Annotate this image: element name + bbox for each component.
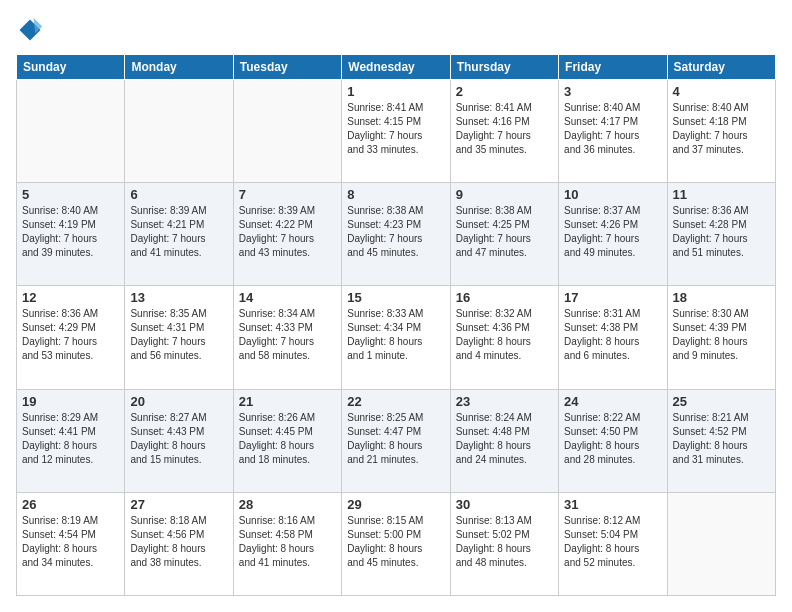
day-info: Sunrise: 8:34 AM Sunset: 4:33 PM Dayligh…	[239, 307, 336, 363]
day-info: Sunrise: 8:26 AM Sunset: 4:45 PM Dayligh…	[239, 411, 336, 467]
calendar-cell	[17, 80, 125, 183]
calendar-week-2: 12Sunrise: 8:36 AM Sunset: 4:29 PM Dayli…	[17, 286, 776, 389]
day-info: Sunrise: 8:38 AM Sunset: 4:23 PM Dayligh…	[347, 204, 444, 260]
weekday-monday: Monday	[125, 55, 233, 80]
day-info: Sunrise: 8:38 AM Sunset: 4:25 PM Dayligh…	[456, 204, 553, 260]
day-number: 26	[22, 497, 119, 512]
day-number: 21	[239, 394, 336, 409]
day-number: 4	[673, 84, 770, 99]
calendar-cell: 23Sunrise: 8:24 AM Sunset: 4:48 PM Dayli…	[450, 389, 558, 492]
calendar-cell: 30Sunrise: 8:13 AM Sunset: 5:02 PM Dayli…	[450, 492, 558, 595]
day-info: Sunrise: 8:13 AM Sunset: 5:02 PM Dayligh…	[456, 514, 553, 570]
day-info: Sunrise: 8:40 AM Sunset: 4:19 PM Dayligh…	[22, 204, 119, 260]
day-info: Sunrise: 8:35 AM Sunset: 4:31 PM Dayligh…	[130, 307, 227, 363]
day-info: Sunrise: 8:22 AM Sunset: 4:50 PM Dayligh…	[564, 411, 661, 467]
calendar-cell: 16Sunrise: 8:32 AM Sunset: 4:36 PM Dayli…	[450, 286, 558, 389]
calendar-cell: 2Sunrise: 8:41 AM Sunset: 4:16 PM Daylig…	[450, 80, 558, 183]
day-info: Sunrise: 8:12 AM Sunset: 5:04 PM Dayligh…	[564, 514, 661, 570]
day-info: Sunrise: 8:21 AM Sunset: 4:52 PM Dayligh…	[673, 411, 770, 467]
calendar-week-0: 1Sunrise: 8:41 AM Sunset: 4:15 PM Daylig…	[17, 80, 776, 183]
day-info: Sunrise: 8:18 AM Sunset: 4:56 PM Dayligh…	[130, 514, 227, 570]
calendar-cell: 9Sunrise: 8:38 AM Sunset: 4:25 PM Daylig…	[450, 183, 558, 286]
header	[16, 16, 776, 44]
calendar-cell: 29Sunrise: 8:15 AM Sunset: 5:00 PM Dayli…	[342, 492, 450, 595]
day-number: 9	[456, 187, 553, 202]
calendar-cell: 10Sunrise: 8:37 AM Sunset: 4:26 PM Dayli…	[559, 183, 667, 286]
calendar-cell: 20Sunrise: 8:27 AM Sunset: 4:43 PM Dayli…	[125, 389, 233, 492]
day-info: Sunrise: 8:32 AM Sunset: 4:36 PM Dayligh…	[456, 307, 553, 363]
day-info: Sunrise: 8:39 AM Sunset: 4:22 PM Dayligh…	[239, 204, 336, 260]
day-info: Sunrise: 8:40 AM Sunset: 4:18 PM Dayligh…	[673, 101, 770, 157]
calendar-week-3: 19Sunrise: 8:29 AM Sunset: 4:41 PM Dayli…	[17, 389, 776, 492]
day-info: Sunrise: 8:15 AM Sunset: 5:00 PM Dayligh…	[347, 514, 444, 570]
day-number: 5	[22, 187, 119, 202]
day-info: Sunrise: 8:19 AM Sunset: 4:54 PM Dayligh…	[22, 514, 119, 570]
day-info: Sunrise: 8:36 AM Sunset: 4:29 PM Dayligh…	[22, 307, 119, 363]
calendar-cell: 13Sunrise: 8:35 AM Sunset: 4:31 PM Dayli…	[125, 286, 233, 389]
calendar-cell: 18Sunrise: 8:30 AM Sunset: 4:39 PM Dayli…	[667, 286, 775, 389]
calendar-cell: 12Sunrise: 8:36 AM Sunset: 4:29 PM Dayli…	[17, 286, 125, 389]
calendar-week-1: 5Sunrise: 8:40 AM Sunset: 4:19 PM Daylig…	[17, 183, 776, 286]
calendar-cell: 28Sunrise: 8:16 AM Sunset: 4:58 PM Dayli…	[233, 492, 341, 595]
day-number: 3	[564, 84, 661, 99]
day-number: 28	[239, 497, 336, 512]
calendar-cell: 8Sunrise: 8:38 AM Sunset: 4:23 PM Daylig…	[342, 183, 450, 286]
day-number: 8	[347, 187, 444, 202]
day-info: Sunrise: 8:29 AM Sunset: 4:41 PM Dayligh…	[22, 411, 119, 467]
day-number: 10	[564, 187, 661, 202]
weekday-wednesday: Wednesday	[342, 55, 450, 80]
calendar-cell: 17Sunrise: 8:31 AM Sunset: 4:38 PM Dayli…	[559, 286, 667, 389]
calendar-cell: 19Sunrise: 8:29 AM Sunset: 4:41 PM Dayli…	[17, 389, 125, 492]
calendar-cell: 31Sunrise: 8:12 AM Sunset: 5:04 PM Dayli…	[559, 492, 667, 595]
day-number: 11	[673, 187, 770, 202]
calendar-cell: 21Sunrise: 8:26 AM Sunset: 4:45 PM Dayli…	[233, 389, 341, 492]
weekday-tuesday: Tuesday	[233, 55, 341, 80]
calendar-cell: 24Sunrise: 8:22 AM Sunset: 4:50 PM Dayli…	[559, 389, 667, 492]
day-info: Sunrise: 8:16 AM Sunset: 4:58 PM Dayligh…	[239, 514, 336, 570]
calendar-table: SundayMondayTuesdayWednesdayThursdayFrid…	[16, 54, 776, 596]
day-number: 12	[22, 290, 119, 305]
day-number: 31	[564, 497, 661, 512]
weekday-header-row: SundayMondayTuesdayWednesdayThursdayFrid…	[17, 55, 776, 80]
calendar-cell: 22Sunrise: 8:25 AM Sunset: 4:47 PM Dayli…	[342, 389, 450, 492]
day-number: 23	[456, 394, 553, 409]
day-number: 22	[347, 394, 444, 409]
calendar-cell: 4Sunrise: 8:40 AM Sunset: 4:18 PM Daylig…	[667, 80, 775, 183]
day-info: Sunrise: 8:33 AM Sunset: 4:34 PM Dayligh…	[347, 307, 444, 363]
page: SundayMondayTuesdayWednesdayThursdayFrid…	[0, 0, 792, 612]
day-info: Sunrise: 8:27 AM Sunset: 4:43 PM Dayligh…	[130, 411, 227, 467]
day-number: 17	[564, 290, 661, 305]
weekday-sunday: Sunday	[17, 55, 125, 80]
calendar-cell: 15Sunrise: 8:33 AM Sunset: 4:34 PM Dayli…	[342, 286, 450, 389]
calendar-cell: 7Sunrise: 8:39 AM Sunset: 4:22 PM Daylig…	[233, 183, 341, 286]
weekday-saturday: Saturday	[667, 55, 775, 80]
day-number: 6	[130, 187, 227, 202]
day-number: 16	[456, 290, 553, 305]
day-number: 19	[22, 394, 119, 409]
logo-icon	[16, 16, 44, 44]
calendar-cell: 3Sunrise: 8:40 AM Sunset: 4:17 PM Daylig…	[559, 80, 667, 183]
day-number: 25	[673, 394, 770, 409]
day-info: Sunrise: 8:25 AM Sunset: 4:47 PM Dayligh…	[347, 411, 444, 467]
day-number: 14	[239, 290, 336, 305]
day-number: 24	[564, 394, 661, 409]
calendar-cell: 11Sunrise: 8:36 AM Sunset: 4:28 PM Dayli…	[667, 183, 775, 286]
day-info: Sunrise: 8:41 AM Sunset: 4:16 PM Dayligh…	[456, 101, 553, 157]
weekday-friday: Friday	[559, 55, 667, 80]
calendar-cell: 25Sunrise: 8:21 AM Sunset: 4:52 PM Dayli…	[667, 389, 775, 492]
logo	[16, 16, 48, 44]
day-number: 1	[347, 84, 444, 99]
day-number: 2	[456, 84, 553, 99]
calendar-cell: 27Sunrise: 8:18 AM Sunset: 4:56 PM Dayli…	[125, 492, 233, 595]
day-number: 18	[673, 290, 770, 305]
day-number: 30	[456, 497, 553, 512]
calendar-cell: 14Sunrise: 8:34 AM Sunset: 4:33 PM Dayli…	[233, 286, 341, 389]
calendar-cell: 1Sunrise: 8:41 AM Sunset: 4:15 PM Daylig…	[342, 80, 450, 183]
day-number: 15	[347, 290, 444, 305]
day-info: Sunrise: 8:30 AM Sunset: 4:39 PM Dayligh…	[673, 307, 770, 363]
day-info: Sunrise: 8:24 AM Sunset: 4:48 PM Dayligh…	[456, 411, 553, 467]
calendar-cell: 5Sunrise: 8:40 AM Sunset: 4:19 PM Daylig…	[17, 183, 125, 286]
day-info: Sunrise: 8:39 AM Sunset: 4:21 PM Dayligh…	[130, 204, 227, 260]
weekday-thursday: Thursday	[450, 55, 558, 80]
day-info: Sunrise: 8:31 AM Sunset: 4:38 PM Dayligh…	[564, 307, 661, 363]
